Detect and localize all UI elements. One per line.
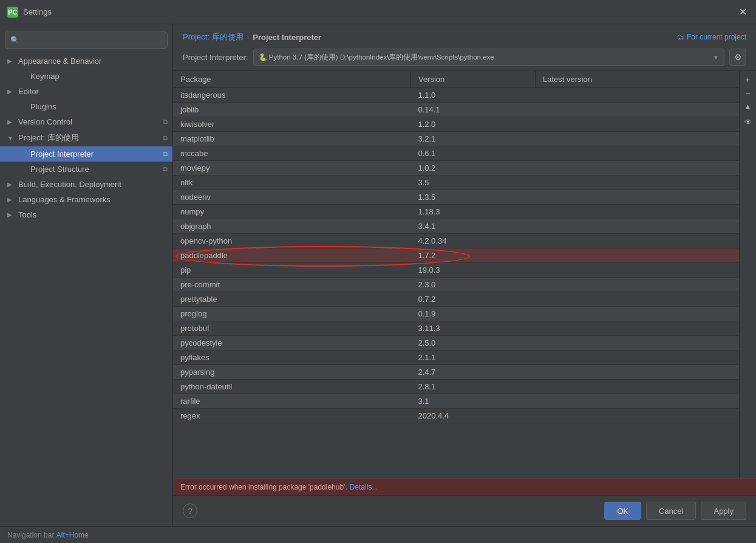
table-row[interactable]: pyparsing 2.4.7: [173, 365, 739, 380]
apply-button[interactable]: Apply: [701, 502, 746, 520]
package-latest: [535, 248, 739, 263]
table-row[interactable]: protobuf 3.11.3: [173, 321, 739, 336]
table-row[interactable]: itsdangerous 1.1.0: [173, 88, 739, 103]
ok-button[interactable]: OK: [604, 502, 641, 520]
table-row[interactable]: prettytable 0.7.2: [173, 292, 739, 307]
table-row[interactable]: joblib 0.14.1: [173, 103, 739, 117]
table-scroll-area[interactable]: Package Version Latest version itsdanger…: [173, 71, 739, 479]
arrow-icon: ▶: [7, 211, 16, 218]
sidebar: 🔍 ▶ Appearance & Behavior Keymap ▶ Edito…: [0, 24, 173, 526]
add-package-button[interactable]: +: [742, 73, 754, 86]
table-row[interactable]: opencv-python 4.2.0.34: [173, 234, 739, 248]
sidebar-item-build[interactable]: ▶ Build, Execution, Deployment: [0, 177, 172, 192]
cancel-button[interactable]: Cancel: [646, 502, 696, 520]
col-latest[interactable]: Latest version: [535, 71, 739, 88]
table-row[interactable]: moviepy 1.0.2: [173, 161, 739, 176]
table-row[interactable]: matplotlib 3.2.1: [173, 132, 739, 146]
sidebar-item-label: Project Interpreter: [30, 149, 94, 159]
sidebar-item-project[interactable]: ▼ Project: 库的使用 ⧉: [0, 129, 172, 146]
package-version: 2.4.7: [410, 365, 535, 380]
package-version: 3.11.3: [410, 321, 535, 336]
arrow-icon: ▶: [7, 88, 16, 95]
sidebar-item-editor[interactable]: ▶ Editor: [0, 84, 172, 99]
package-version: 3.1: [410, 394, 535, 409]
table-row[interactable]: pre-commit 2.3.0: [173, 278, 739, 292]
upgrade-package-button[interactable]: ▲: [742, 100, 754, 112]
package-latest: [535, 350, 739, 365]
table-row[interactable]: pip 19.0.3: [173, 263, 739, 278]
sidebar-item-label: Languages & Frameworks: [18, 195, 111, 204]
sidebar-item-keymap[interactable]: Keymap: [0, 69, 172, 84]
table-row[interactable]: python-dateutil 2.8.1: [173, 380, 739, 394]
for-current-project-link[interactable]: 🗂 For current project: [677, 33, 746, 41]
table-row[interactable]: proglog 0.1.9: [173, 307, 739, 321]
help-area: ?: [183, 504, 197, 518]
remove-package-button[interactable]: −: [742, 87, 754, 99]
sidebar-item-label: Project Structure: [30, 165, 89, 174]
breadcrumb-parent[interactable]: Project: 库的使用: [183, 32, 243, 43]
table-row[interactable]: kiwisolver 1.2.0: [173, 117, 739, 132]
app-icon: PC: [7, 7, 18, 18]
package-latest: [535, 409, 739, 423]
interpreter-value: 🐍 Python 3.7 (库的使用) D:\pythonIndex\库的使用\…: [259, 53, 494, 62]
package-name: rarfile: [173, 394, 410, 409]
interpreter-dropdown[interactable]: 🐍 Python 3.7 (库的使用) D:\pythonIndex\库的使用\…: [253, 49, 724, 66]
nav-bar-shortcut[interactable]: Alt+Home: [56, 531, 89, 539]
sidebar-item-project-structure[interactable]: Project Structure ⧉: [0, 162, 172, 177]
col-version[interactable]: Version: [410, 71, 535, 88]
table-row[interactable]: regex 2020.4.4: [173, 409, 739, 423]
sidebar-item-appearance[interactable]: ▶ Appearance & Behavior: [0, 53, 172, 69]
package-name: proglog: [173, 307, 410, 321]
arrow-icon: ▶: [7, 118, 16, 125]
package-version: 0.14.1: [410, 103, 535, 117]
breadcrumb-separator: ›: [247, 33, 250, 41]
table-row[interactable]: pycodestyle 2.5.0: [173, 336, 739, 350]
package-name: regex: [173, 409, 410, 423]
chevron-down-icon: ▼: [713, 54, 719, 61]
sidebar-item-label: Version Control: [18, 117, 72, 126]
interpreter-label: Project Interpreter:: [183, 53, 248, 62]
interpreter-settings-button[interactable]: ⚙: [729, 49, 746, 66]
package-version: 4.2.0.34: [410, 234, 535, 248]
package-area: Package Version Latest version itsdanger…: [173, 71, 756, 495]
help-button[interactable]: ?: [183, 504, 197, 518]
sidebar-item-project-interpreter[interactable]: Project Interpreter ⧉: [0, 146, 172, 162]
package-latest: [535, 132, 739, 146]
sidebar-search[interactable]: 🔍: [5, 32, 168, 49]
table-row[interactable]: rarfile 3.1: [173, 394, 739, 409]
table-row[interactable]: pyflakes 2.1.1: [173, 350, 739, 365]
sidebar-item-plugins[interactable]: Plugins: [0, 99, 172, 114]
package-latest: [535, 234, 739, 248]
package-latest: [535, 394, 739, 409]
for-project-label: For current project: [687, 33, 746, 41]
nav-bar-label: Navigation bar: [7, 531, 54, 539]
package-version: 19.0.3: [410, 263, 535, 278]
table-wrapper: Package Version Latest version itsdanger…: [173, 71, 756, 479]
title-bar: PC Settings ✕: [0, 0, 756, 24]
table-row[interactable]: numpy 1.18.3: [173, 205, 739, 219]
package-latest: [535, 103, 739, 117]
sidebar-item-tools[interactable]: ▶ Tools: [0, 207, 172, 222]
table-row[interactable]: paddlepaddle 1.7.2: [173, 248, 739, 263]
details-link[interactable]: Details...: [350, 483, 378, 491]
table-row[interactable]: nltk 3.5: [173, 176, 739, 190]
sidebar-item-label: Tools: [18, 210, 36, 219]
table-row[interactable]: objgraph 3.4.1: [173, 219, 739, 234]
view-package-button[interactable]: 👁: [742, 116, 754, 128]
col-package[interactable]: Package: [173, 71, 410, 88]
sidebar-item-label: Project: 库的使用: [18, 132, 79, 143]
package-name: pip: [173, 263, 410, 278]
package-table: Package Version Latest version itsdanger…: [173, 71, 739, 423]
sidebar-item-version-control[interactable]: ▶ Version Control ⧉: [0, 114, 172, 129]
package-latest: [535, 205, 739, 219]
package-version: 3.4.1: [410, 219, 535, 234]
table-row[interactable]: mccabe 0.6.1: [173, 146, 739, 161]
right-header: Project: 库的使用 › Project Interpreter 🗂 Fo…: [173, 24, 756, 71]
package-version: 1.0.2: [410, 161, 535, 176]
package-name: matplotlib: [173, 132, 410, 146]
close-button[interactable]: ✕: [737, 6, 749, 18]
table-row[interactable]: nodeenv 1.3.5: [173, 190, 739, 205]
package-name: mccabe: [173, 146, 410, 161]
package-version: 1.18.3: [410, 205, 535, 219]
sidebar-item-languages[interactable]: ▶ Languages & Frameworks: [0, 192, 172, 207]
